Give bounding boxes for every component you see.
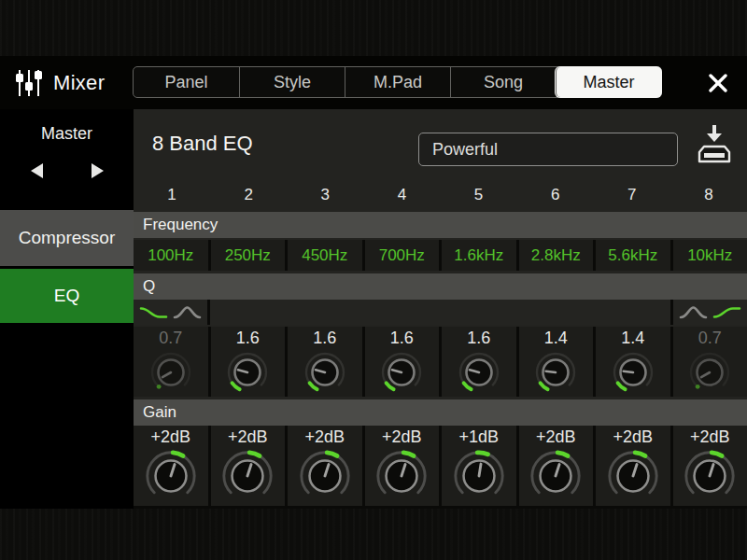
tab-panel[interactable]: Panel: [134, 67, 239, 97]
filter-bell-icon[interactable]: [679, 304, 708, 321]
app-title-label: Mixer: [53, 71, 105, 95]
tab-m-pad[interactable]: M.Pad: [345, 67, 450, 97]
gain-knob-band-3[interactable]: [296, 447, 354, 503]
gain-control-band-8: +2dB: [673, 426, 747, 506]
eq-header: 8 Band EQ Powerful: [134, 109, 747, 177]
eq-title: 8 Band EQ: [152, 109, 253, 177]
q-control-band-7: 1.4: [596, 327, 670, 397]
band-number-4: 4: [363, 177, 440, 212]
bottom-divider: [134, 506, 747, 509]
gain-knob-band-5[interactable]: [450, 447, 508, 503]
band-number-2: 2: [210, 177, 287, 212]
q-knob-band-2[interactable]: [224, 348, 271, 395]
gain-value-band-5: +1dB: [458, 427, 499, 447]
band-number-8: 8: [670, 177, 747, 212]
filter-shelf-low-icon[interactable]: [139, 304, 168, 321]
q-row-label: Q: [134, 273, 747, 300]
gain-control-band-1: +2dB: [134, 426, 208, 506]
frequency-value-band-7[interactable]: 5.6kHz: [596, 240, 670, 271]
filter-type-cell-band-7: [594, 300, 670, 325]
gain-value-band-8: +2dB: [690, 427, 730, 447]
tab-master[interactable]: Master: [556, 67, 661, 97]
part-next-button[interactable]: [85, 159, 109, 183]
gain-knob-band-2[interactable]: [218, 447, 276, 503]
gain-value-band-3: +2dB: [304, 427, 345, 447]
gain-knob-band-4[interactable]: [373, 447, 430, 503]
band-number-5: 5: [441, 177, 517, 212]
app-title: Mixer: [13, 56, 105, 109]
preset-value: Powerful: [432, 140, 498, 160]
save-icon: [695, 123, 734, 166]
gain-control-band-4: +2dB: [365, 426, 440, 506]
q-knob-band-8[interactable]: [686, 348, 733, 395]
q-control-band-1: 0.7: [134, 327, 208, 397]
q-knob-band-1[interactable]: [148, 348, 194, 395]
frequency-value-band-5[interactable]: 1.6kHz: [442, 240, 516, 271]
close-button[interactable]: [702, 69, 734, 97]
q-value-band-5: 1.6: [467, 328, 490, 348]
q-value-band-6: 1.4: [544, 328, 568, 348]
frequency-value-band-3[interactable]: 450Hz: [288, 240, 362, 271]
band-numbers-row: 12345678: [134, 177, 747, 212]
q-control-band-6: 1.4: [519, 327, 594, 397]
frequency-values-row: 100Hz250Hz450Hz700Hz1.6kHz2.8kHz5.6kHz10…: [134, 240, 747, 271]
close-icon: [707, 72, 729, 94]
eq-panel: 8 Band EQ Powerful 12345678 Freq: [134, 109, 747, 509]
gain-value-band-7: +2dB: [613, 427, 653, 447]
q-control-band-8: 0.7: [673, 327, 747, 397]
tab-style[interactable]: Style: [239, 67, 345, 97]
q-value-band-7: 1.4: [621, 328, 644, 348]
sidebar-item-eq[interactable]: EQ: [0, 269, 134, 323]
filter-type-cell-band-2: [210, 300, 287, 325]
gain-knob-band-7[interactable]: [604, 447, 662, 503]
gain-knob-band-1[interactable]: [142, 447, 200, 503]
device-bezel: Mixer PanelStyleM.PadSongMaster Master: [0, 0, 747, 560]
gain-control-band-6: +2dB: [519, 426, 594, 506]
mixer-sliders-icon: [13, 67, 45, 99]
frequency-value-band-2[interactable]: 250Hz: [211, 240, 286, 271]
content-area: Master Compress: [0, 109, 747, 509]
gain-value-band-6: +2dB: [536, 427, 576, 447]
sidebar: Master Compress: [0, 109, 134, 509]
q-knob-band-6[interactable]: [532, 348, 579, 395]
q-value-band-3: 1.6: [313, 328, 336, 348]
q-value-band-1: 0.7: [159, 328, 182, 348]
gain-knobs-row: +2dB +2dB +2dB +2dB +1dB +2dB: [134, 426, 747, 506]
q-knob-band-7[interactable]: [610, 348, 656, 395]
gain-knob-band-8[interactable]: [681, 447, 739, 503]
gain-row-label: Gain: [134, 399, 747, 426]
q-knob-band-5[interactable]: [456, 348, 502, 395]
part-selector-label: Master: [0, 124, 134, 144]
gain-knob-band-6[interactable]: [527, 447, 585, 503]
gain-control-band-5: +1dB: [442, 426, 516, 506]
tab-song[interactable]: Song: [450, 67, 556, 97]
gain-value-band-2: +2dB: [228, 427, 268, 447]
top-bar: Mixer PanelStyleM.PadSongMaster: [0, 56, 747, 109]
part-prev-button[interactable]: [25, 159, 49, 183]
band-number-6: 6: [517, 177, 594, 212]
q-control-band-5: 1.6: [442, 327, 516, 397]
band-number-3: 3: [287, 177, 363, 212]
q-value-band-8: 0.7: [698, 328, 722, 348]
gain-control-band-7: +2dB: [596, 426, 670, 506]
q-value-band-4: 1.6: [390, 328, 414, 348]
frequency-value-band-6[interactable]: 2.8kHz: [519, 240, 594, 271]
q-control-band-3: 1.6: [288, 327, 362, 397]
filter-shelf-high-icon[interactable]: [712, 304, 741, 321]
frequency-value-band-1[interactable]: 100Hz: [134, 240, 208, 271]
save-button[interactable]: [695, 122, 738, 167]
q-knobs-row: 0.7 1.6 1.6 1.6 1.6 1.4: [134, 327, 747, 397]
q-knob-band-4[interactable]: [378, 348, 425, 395]
preset-selector[interactable]: Powerful: [418, 133, 678, 166]
gain-control-band-2: +2dB: [211, 426, 286, 506]
q-control-band-4: 1.6: [365, 327, 440, 397]
frequency-value-band-4[interactable]: 700Hz: [365, 240, 440, 271]
sidebar-item-compressor[interactable]: Compressor: [0, 210, 134, 266]
frequency-row-label: Frequency: [134, 212, 747, 238]
frequency-value-band-8[interactable]: 10kHz: [673, 240, 747, 271]
filter-type-cell-band-6: [517, 300, 594, 325]
filter-bell-icon[interactable]: [173, 304, 202, 321]
part-selector: Master: [0, 109, 134, 210]
gain-control-band-3: +2dB: [288, 426, 362, 506]
q-knob-band-3[interactable]: [302, 348, 348, 395]
